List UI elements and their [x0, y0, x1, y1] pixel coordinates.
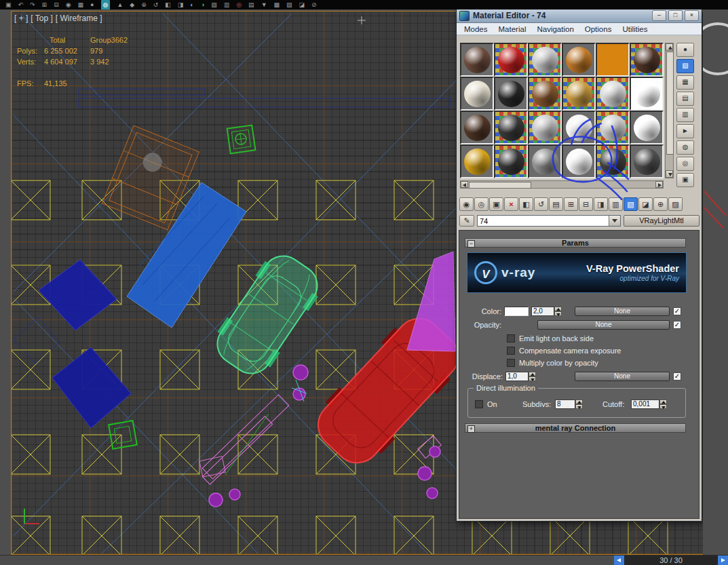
- window-crossing-icon[interactable]: ◆: [130, 0, 134, 9]
- material-editor-titlebar[interactable]: Material Editor - 74 –□×: [457, 9, 702, 23]
- maximize-button[interactable]: □: [668, 10, 683, 21]
- snap-toggle-icon[interactable]: ◑: [201, 0, 204, 9]
- sample-type-sphere-button[interactable]: ●: [676, 43, 694, 57]
- color-map-checkbox[interactable]: ✓: [673, 307, 681, 315]
- frame-back-button[interactable]: [614, 556, 624, 565]
- undo-icon[interactable]: ↶: [18, 0, 24, 9]
- scroll-down-button[interactable]: [666, 170, 673, 178]
- material-slot-10[interactable]: [562, 77, 596, 111]
- material-slot-19[interactable]: [460, 144, 494, 178]
- scroll-left-button[interactable]: [461, 181, 468, 188]
- render-setup-icon[interactable]: ⊘: [311, 0, 317, 9]
- background-button[interactable]: ▦: [676, 75, 694, 90]
- ref-coord-icon[interactable]: ◨: [178, 0, 184, 9]
- frame-forward-button[interactable]: [718, 556, 728, 565]
- time-scrollbar[interactable]: 30 / 30: [614, 556, 728, 565]
- material-map-browser-button[interactable]: ▨: [668, 197, 683, 211]
- spin-up-icon[interactable]: [659, 400, 667, 404]
- slots-horizontal-scrollbar[interactable]: [460, 180, 664, 189]
- scroll-right-button[interactable]: [655, 181, 663, 188]
- viewport-menu-plus[interactable]: [ + ]: [14, 14, 28, 23]
- collapse-icon[interactable]: −: [467, 240, 475, 248]
- assign-material-to-selection-button[interactable]: ▤: [549, 197, 563, 211]
- material-slot-5[interactable]: [596, 43, 630, 77]
- spinner-value[interactable]: 8: [555, 400, 575, 409]
- select-object-icon[interactable]: ●: [90, 0, 94, 9]
- material-slot-18[interactable]: [630, 111, 664, 144]
- minimize-button[interactable]: –: [652, 10, 666, 21]
- put-material-to-scene-button[interactable]: ◎: [474, 197, 488, 211]
- menu-modes[interactable]: Modes: [459, 25, 493, 33]
- material-slot-24[interactable]: [630, 144, 664, 178]
- material-slot-13[interactable]: [460, 111, 494, 144]
- material-slot-7[interactable]: [460, 77, 494, 111]
- material-slot-14[interactable]: [494, 111, 528, 144]
- slots-vertical-scrollbar[interactable]: [665, 43, 674, 178]
- material-slot-23[interactable]: [596, 144, 630, 178]
- pin-stack-button[interactable]: ⊕: [653, 197, 668, 211]
- menu-navigation[interactable]: Navigation: [532, 25, 578, 33]
- material-slot-11[interactable]: [596, 77, 630, 111]
- material-slot-9[interactable]: [528, 77, 562, 111]
- multiply-opacity-checkbox[interactable]: [507, 359, 515, 367]
- material-slot-6[interactable]: [630, 43, 664, 77]
- material-slot-17[interactable]: [596, 111, 630, 144]
- show-map-in-viewport-button[interactable]: ▧: [624, 197, 638, 211]
- redo-icon[interactable]: ↷: [30, 0, 35, 9]
- spin-up-icon[interactable]: [529, 372, 536, 376]
- make-unique-button[interactable]: ↺: [534, 197, 548, 211]
- material-slot-20[interactable]: [494, 144, 528, 178]
- material-slot-3[interactable]: [528, 43, 562, 77]
- material-type-button[interactable]: VRayLightMtl: [624, 215, 700, 227]
- viewport-menu-shading[interactable]: [ Wireframe ]: [56, 14, 102, 23]
- spin-down-icon[interactable]: [529, 376, 536, 381]
- rollout-params[interactable]: − Params: [465, 238, 686, 248]
- material-slot-8[interactable]: [494, 77, 528, 111]
- color-map-none-button[interactable]: None: [575, 307, 670, 316]
- viewport-menu-view[interactable]: [ Top ]: [31, 14, 52, 23]
- make-preview-button[interactable]: ►: [676, 124, 694, 138]
- backlight-button[interactable]: ▧: [676, 59, 694, 73]
- opacity-map-checkbox[interactable]: ✓: [673, 321, 681, 329]
- schematic-view-icon[interactable]: ▨: [286, 0, 292, 9]
- go-forward-to-sibling-button[interactable]: ◨: [594, 197, 608, 211]
- select-region-icon[interactable]: ▲: [117, 0, 123, 9]
- menu-options[interactable]: Options: [580, 25, 617, 33]
- close-button[interactable]: ×: [685, 10, 699, 21]
- select-by-material-button[interactable]: ◎: [676, 157, 694, 171]
- combo-dropdown-button[interactable]: [609, 216, 620, 226]
- spin-up-icon[interactable]: [575, 400, 583, 404]
- video-color-check-button[interactable]: ▥: [676, 108, 694, 122]
- spin-down-icon[interactable]: [554, 311, 562, 316]
- material-slot-15[interactable]: [528, 111, 562, 144]
- reset-map-button[interactable]: ×: [504, 197, 518, 211]
- percent-snap-icon[interactable]: ▥: [224, 0, 230, 9]
- spinner-value[interactable]: 0,001: [631, 400, 659, 409]
- move-tool-icon[interactable]: ⊕: [141, 0, 147, 9]
- pick-material-from-object-button[interactable]: ✎: [459, 215, 474, 227]
- put-to-library-button[interactable]: ▣: [489, 197, 503, 211]
- sample-uv-tiling-button[interactable]: ▤: [676, 92, 694, 106]
- direct-illumination-on-checkbox[interactable]: [475, 400, 483, 408]
- scroll-up-button[interactable]: [666, 43, 673, 51]
- material-slot-22[interactable]: [562, 144, 596, 178]
- use-pivot-icon[interactable]: ◐: [190, 0, 193, 9]
- compensate-exposure-checkbox[interactable]: [507, 347, 515, 355]
- material-slot-16[interactable]: [562, 111, 596, 144]
- scale-tool-icon[interactable]: ◧: [165, 0, 171, 9]
- color-swatch[interactable]: [504, 307, 529, 316]
- spinner-value[interactable]: 2,0: [531, 307, 554, 316]
- unlink-icon[interactable]: ⊟: [54, 0, 59, 9]
- material-map-navigator-button[interactable]: ▣: [676, 173, 694, 187]
- menu-material[interactable]: Material: [494, 25, 531, 33]
- select-by-name-icon[interactable]: ◍: [101, 0, 111, 9]
- scroll-thumb[interactable]: [469, 182, 531, 189]
- material-editor-icon[interactable]: ◪: [299, 0, 305, 9]
- displace-map-none-button[interactable]: None: [575, 372, 670, 381]
- link-icon[interactable]: ⊞: [42, 0, 47, 9]
- material-id-channel-button[interactable]: ◪: [638, 197, 653, 211]
- get-material-button[interactable]: ◉: [459, 197, 474, 211]
- material-slot-12[interactable]: [630, 77, 664, 111]
- emit-back-side-checkbox[interactable]: [507, 334, 515, 343]
- layer-manager-icon[interactable]: ▼: [261, 0, 267, 9]
